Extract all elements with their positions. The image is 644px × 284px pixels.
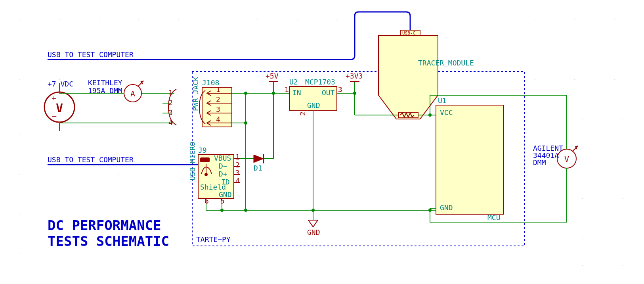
j108-p2: 2 <box>216 95 220 104</box>
svg-point-21 <box>118 134 119 135</box>
u2-pin-gnd: 2 <box>298 111 307 116</box>
rail-3v3: +3V3 <box>346 72 363 95</box>
svg-point-11 <box>614 19 615 20</box>
rail-5v: +5V <box>266 72 279 93</box>
plug-pin2: 2 <box>168 98 173 107</box>
j9-side: USB MICRO <box>188 142 197 180</box>
ammeter: A KEITHLEY 195A DMM <box>88 79 143 102</box>
svg-point-9 <box>535 19 535 20</box>
rail-5v-label: +5V <box>266 72 279 80</box>
svg-point-8 <box>336 19 337 20</box>
schematic-canvas: TARTE−PY DC PERFORMANCE TESTS SCHEMATIC … <box>0 0 644 284</box>
j9-vbus: VBUS <box>214 154 231 162</box>
svg-point-27 <box>582 238 583 238</box>
svg-point-25 <box>582 198 583 199</box>
title-line1: DC PERFORMANCE <box>48 217 161 233</box>
u2-part: MCP1703 <box>305 78 335 86</box>
svg-point-17 <box>19 134 20 135</box>
svg-point-7 <box>297 19 298 20</box>
j9-n5: 5 <box>220 197 225 205</box>
j108-p1: 1 <box>216 85 220 94</box>
svg-point-18 <box>19 174 20 175</box>
svg-point-19 <box>19 214 20 215</box>
j9-dp: D+ <box>219 170 227 178</box>
voltage-source-label: +7 VDC <box>48 80 73 88</box>
svg-point-5 <box>218 19 218 20</box>
voltage-source-minus: − <box>52 111 57 121</box>
mcu-u1: U1 VCC GND MCU <box>436 96 503 222</box>
j9-n4: 4 <box>235 177 240 185</box>
u2-pin-in: 1 <box>285 85 289 94</box>
rail-3v3-label: +3V3 <box>346 72 363 80</box>
u2-pin-out: 3 <box>338 85 342 94</box>
j9-n6: 6 <box>204 197 209 205</box>
svg-point-15 <box>574 79 575 80</box>
svg-point-22 <box>118 174 119 175</box>
d1-ref: D1 <box>254 164 262 172</box>
svg-point-16 <box>614 79 615 80</box>
ammeter-label-l1: KEITHLEY <box>88 79 122 87</box>
svg-point-24 <box>622 119 623 119</box>
voltmeter: V AGILENT 34401A DMM <box>533 144 578 168</box>
svg-point-26 <box>622 198 623 199</box>
u1-vcc: VCC <box>440 108 453 117</box>
svg-point-3 <box>138 19 139 20</box>
j108-p4: 4 <box>216 115 220 123</box>
pwr-jack-j108: J108 PWR JACK 1 2 3 4 <box>191 77 232 127</box>
voltage-source-plus: + <box>52 93 56 103</box>
svg-point-10 <box>574 19 575 20</box>
title-line2: TESTS SCHEMATIC <box>48 233 169 249</box>
gnd-label: GND <box>307 228 320 236</box>
j9-n1: 1 <box>235 153 240 161</box>
j9-ref: J9 <box>198 146 207 154</box>
board-name-label: TARTE−PY <box>196 235 231 244</box>
plug-pin4: 4 <box>168 118 173 127</box>
u1-ref: U1 <box>438 96 447 105</box>
pwr-plug-left: 1 2 3 4 <box>162 88 176 127</box>
svg-point-12 <box>19 79 20 80</box>
svg-point-0 <box>19 19 20 20</box>
regulator-u2: U2 MCP1703 IN OUT GND 1 3 2 <box>285 78 342 116</box>
svg-point-29 <box>582 265 583 266</box>
svg-point-84 <box>205 173 207 176</box>
tracer-label: TRACER_MODULE <box>418 59 474 67</box>
plug-pin3: 3 <box>168 108 173 117</box>
u2-in: IN <box>292 88 301 97</box>
u1-foot: MCU <box>487 213 501 222</box>
j108-side: PWR JACK <box>191 77 200 111</box>
voltage-source-glyph: V <box>56 101 63 115</box>
j9-dm: D− <box>219 162 227 170</box>
svg-point-28 <box>622 238 623 238</box>
voltmeter-l3: DMM <box>533 158 546 167</box>
j9-shield: Shield <box>200 183 226 191</box>
svg-point-23 <box>582 119 583 119</box>
plug-pin1: 1 <box>168 88 173 97</box>
ammeter-label-l2: 195A DMM <box>88 86 122 95</box>
svg-point-1 <box>59 19 60 20</box>
gnd-symbol: GND <box>307 210 320 236</box>
svg-rect-83 <box>201 158 209 162</box>
ammeter-glyph: A <box>130 89 135 98</box>
diode-d1: D1 <box>254 154 264 172</box>
svg-point-4 <box>178 19 179 20</box>
usb-note-bottom: USB TO TEST COMPUTER <box>48 155 134 164</box>
u2-ref: U2 <box>289 78 298 86</box>
u1-gnd: GND <box>440 203 453 212</box>
u2-out: OUT <box>322 88 335 97</box>
j9-n3: 3 <box>235 169 240 177</box>
svg-point-20 <box>19 253 20 254</box>
svg-marker-93 <box>254 155 264 163</box>
usb-micro-j9: J9 USB MICRO VBUS D− D+ ID 1 2 3 4 Shiel… <box>188 142 240 205</box>
svg-point-6 <box>257 19 258 20</box>
svg-point-2 <box>99 19 99 20</box>
u2-gnd: GND <box>307 101 320 109</box>
svg-rect-73 <box>436 105 503 214</box>
svg-point-30 <box>622 265 623 266</box>
j9-n2: 2 <box>235 161 240 169</box>
j108-p3: 3 <box>216 105 220 113</box>
svg-point-91 <box>220 209 224 212</box>
tracer-usb-label: USB-C <box>402 31 415 36</box>
svg-point-14 <box>535 79 535 80</box>
voltmeter-glyph: V <box>564 154 569 164</box>
usb-note-top: USB TO TEST COMPUTER <box>48 50 134 59</box>
